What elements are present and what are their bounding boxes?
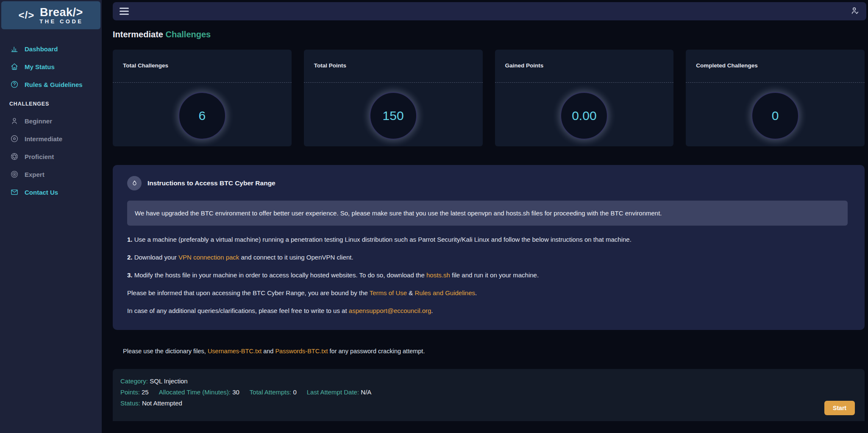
topbar [113, 2, 866, 20]
sidebar-item-label: Proficient [25, 153, 54, 160]
sidebar-item-label: My Status [25, 63, 55, 70]
stat-circle: 0.00 [560, 92, 608, 140]
terms-line: Please be informed that upon accessing t… [127, 289, 848, 297]
sidebar-item-expert[interactable]: Expert [0, 165, 102, 183]
challenge-card: Category: SQL Injection Points: 25 Alloc… [113, 369, 865, 421]
stat-card-completed-challenges: Completed Challenges 0 [686, 50, 865, 146]
stat-value: 6 [199, 109, 206, 123]
stat-card-gained-points: Gained Points 0.00 [495, 50, 674, 146]
mail-icon [10, 188, 19, 196]
page-title-primary: Intermediate [113, 30, 163, 39]
page-title-secondary: Challenges [166, 30, 211, 39]
challenge-status: Status: Not Attempted [120, 398, 856, 409]
sidebar-item-proficient[interactable]: Proficient [0, 148, 102, 165]
brand-subname: THE CODE [39, 18, 83, 25]
challenge-points: Points: 25 [120, 387, 149, 398]
stat-value: 0 [772, 109, 779, 123]
instruction-step-2: 2. Download your VPN connection pack and… [127, 253, 848, 261]
sidebar-item-intermediate[interactable]: Intermediate [0, 130, 102, 148]
help-circle-icon [10, 80, 19, 89]
upgrade-notice: We have upgraded the BTC environment to … [127, 201, 848, 226]
rules-and-guidelines-link[interactable]: Rules and Guidelines [415, 289, 475, 296]
challenge-total-attempts: Total Attempts: 0 [250, 387, 297, 398]
divider [304, 82, 483, 83]
sidebar-section-challenges: CHALLENGES [0, 93, 102, 112]
divider [495, 82, 674, 83]
sidebar-item-label: Expert [25, 171, 45, 178]
user-check-icon[interactable] [850, 6, 860, 17]
vpn-connection-pack-link[interactable]: VPN connection pack [178, 254, 239, 261]
sidebar-item-label: Contact Us [25, 189, 58, 196]
divider [686, 82, 865, 83]
instructions-panel: Instructions to Access BTC Cyber Range W… [113, 165, 865, 330]
menu-toggle-button[interactable] [120, 6, 129, 17]
support-line: In case of any additional queries/clarif… [127, 307, 848, 315]
aperture-icon [10, 152, 19, 161]
challenge-last-attempt-date: Last Attempt Date: N/A [307, 387, 372, 398]
bullseye-icon [10, 170, 19, 179]
user-icon [10, 117, 19, 125]
sidebar-item-label: Beginner [25, 117, 52, 125]
stat-title: Gained Points [505, 62, 664, 69]
stat-circle: 0 [751, 92, 799, 140]
stat-circle: 150 [370, 92, 417, 140]
start-button[interactable]: Start [824, 401, 855, 415]
challenge-meta-row: Points: 25 Allocated Time (Minutes): 30 … [120, 387, 856, 398]
sidebar-item-label: Dashboard [25, 45, 58, 53]
instruction-step-1: 1. Use a machine (preferably a virtual m… [127, 235, 848, 243]
challenge-allocated-time: Allocated Time (Minutes): 30 [159, 387, 239, 398]
support-email-link[interactable]: aspensupport@eccouncil.org [349, 307, 431, 314]
dictionary-note: Please use the dictionary files, Usernam… [113, 348, 865, 355]
stat-value: 0.00 [572, 109, 596, 123]
home-icon [10, 62, 19, 71]
passwords-file-link[interactable]: Passwords-BTC.txt [275, 348, 328, 355]
sidebar-item-rules-guidelines[interactable]: Rules & Guidelines [0, 75, 102, 93]
stat-title: Completed Challenges [696, 62, 854, 69]
stat-value: 150 [383, 109, 404, 123]
sidebar-item-label: Rules & Guidelines [25, 81, 83, 88]
main-content: Intermediate Challenges Total Challenges… [113, 20, 865, 421]
sidebar-item-beginner[interactable]: Beginner [0, 112, 102, 130]
sidebar-item-my-status[interactable]: My Status [0, 58, 102, 75]
stat-card-total-points: Total Points 150 [304, 50, 483, 146]
sidebar-item-dashboard[interactable]: Dashboard [0, 40, 102, 58]
sidebar-nav: Dashboard My Status Rules & Guidelines C… [0, 31, 102, 201]
brand-logo[interactable]: </> Break/> THE CODE [1, 1, 100, 29]
page-title: Intermediate Challenges [113, 30, 865, 39]
hosts-sh-link[interactable]: hosts.sh [426, 271, 450, 279]
sidebar-item-contact-us[interactable]: Contact Us [0, 183, 102, 201]
terms-of-use-link[interactable]: Terms of Use [370, 289, 407, 296]
instruction-step-3: 3. Modify the hosts file in your machine… [127, 271, 848, 279]
instructions-title: Instructions to Access BTC Cyber Range [147, 179, 275, 187]
bar-chart-icon [10, 45, 19, 53]
divider [113, 82, 292, 83]
sidebar-item-label: Intermediate [25, 135, 62, 142]
sidebar: </> Break/> THE CODE Dashboard My Status… [0, 0, 102, 433]
usernames-file-link[interactable]: Usernames-BTC.txt [208, 348, 262, 355]
stats-row: Total Challenges 6 Total Points 150 Gain… [113, 50, 865, 146]
stat-circle: 6 [178, 92, 226, 140]
brand-name: Break/> [40, 6, 83, 18]
stat-card-total-challenges: Total Challenges 6 [113, 50, 292, 146]
droplet-icon [127, 176, 142, 190]
target-icon [10, 134, 19, 143]
stat-title: Total Challenges [123, 62, 281, 69]
instructions-header: Instructions to Access BTC Cyber Range [127, 176, 848, 190]
stat-title: Total Points [314, 62, 473, 69]
challenge-category: Category: SQL Injection [120, 376, 856, 387]
code-icon: </> [19, 9, 35, 21]
